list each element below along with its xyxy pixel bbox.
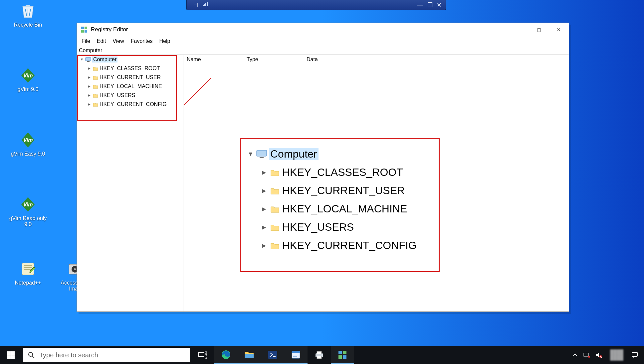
- chevron-right-icon: [259, 169, 269, 176]
- menu-help[interactable]: Help: [159, 38, 170, 44]
- taskbar-app-explorer[interactable]: [238, 346, 261, 364]
- registry-editor-window: Registry Editor — ▢ ✕ File Edit View Fav…: [77, 23, 569, 312]
- taskbar-app-regedit[interactable]: [331, 346, 354, 364]
- chevron-right-icon: [259, 187, 269, 194]
- taskbar-app-edge[interactable]: [214, 346, 238, 364]
- column-type[interactable]: Type: [243, 55, 303, 64]
- desktop-icon-label: Recycle Bin: [8, 22, 48, 28]
- callout-node-label: Computer: [269, 148, 319, 160]
- chevron-right-icon[interactable]: [86, 93, 92, 97]
- svg-rect-17: [85, 30, 87, 33]
- desktop-icon-gvim-easy[interactable]: Vim gVim Easy 9.0: [8, 131, 48, 157]
- svg-text:Vim: Vim: [23, 202, 33, 207]
- tree-node-hkcc[interactable]: HKEY_CURRENT_CONFIG: [77, 100, 183, 109]
- callout-node-label: HKEY_LOCAL_MACHINE: [282, 203, 407, 215]
- desktop-icon-recycle-bin[interactable]: Recycle Bin: [8, 2, 48, 28]
- chevron-right-icon[interactable]: [86, 66, 92, 70]
- tray-overflow-icon[interactable]: [572, 352, 578, 358]
- file-explorer-icon: [244, 350, 254, 359]
- svg-text:Vim: Vim: [23, 73, 33, 78]
- action-center-icon[interactable]: [631, 352, 638, 358]
- desktop-icon-gvim[interactable]: Vim gVim 9.0: [8, 66, 48, 92]
- svg-rect-39: [317, 351, 322, 354]
- desktop-icon-notepadpp[interactable]: Notepad++: [8, 260, 48, 286]
- callout-node-hkcr: HKEY_CLASSES_ROOT: [244, 163, 435, 182]
- svg-text:Vim: Vim: [23, 137, 33, 143]
- chevron-right-icon[interactable]: [86, 84, 92, 88]
- folder-icon: [92, 93, 99, 98]
- window-close-button[interactable]: ✕: [549, 23, 569, 36]
- svg-rect-34: [245, 354, 254, 358]
- taskbar-app-powershell[interactable]: [261, 346, 284, 364]
- taskbar-search-placeholder: Type here to search: [39, 351, 98, 359]
- computer-icon: [85, 57, 92, 62]
- annotation-connector: [183, 55, 250, 148]
- window-minimize-button[interactable]: —: [509, 23, 529, 36]
- menu-favorites[interactable]: Favorites: [131, 38, 153, 44]
- chevron-right-icon: [259, 242, 269, 249]
- svg-rect-31: [205, 354, 207, 356]
- address-bar-text: Computer: [79, 48, 102, 54]
- tree-node-computer[interactable]: Computer: [77, 55, 183, 64]
- folder-icon: [269, 169, 281, 177]
- menu-view[interactable]: View: [112, 38, 124, 44]
- taskbar-search[interactable]: Type here to search: [23, 348, 190, 362]
- chevron-down-icon: [246, 151, 256, 158]
- taskbar-app-printer[interactable]: [308, 346, 331, 364]
- tree-node-label: HKEY_CURRENT_CONFIG: [100, 101, 167, 107]
- chevron-down-icon[interactable]: [79, 58, 85, 61]
- gvim-icon: Vim: [17, 66, 39, 84]
- column-name[interactable]: Name: [183, 55, 243, 64]
- vm-close-button[interactable]: ✕: [437, 1, 442, 9]
- powershell-icon: [268, 350, 278, 359]
- start-button[interactable]: [0, 346, 22, 364]
- svg-rect-18: [86, 58, 91, 61]
- window-title: Registry Editor: [91, 26, 128, 33]
- chevron-right-icon[interactable]: [86, 102, 92, 106]
- taskbar-app-wordpad[interactable]: [284, 346, 308, 364]
- desktop-icon-gvim-readonly[interactable]: Vim gVim Read only 9.0: [8, 195, 48, 227]
- system-tray: ████████: [572, 349, 644, 361]
- network-icon[interactable]: [583, 352, 590, 358]
- svg-point-13: [74, 268, 76, 270]
- svg-rect-1: [204, 4, 205, 6]
- vm-restore-button[interactable]: ❐: [427, 1, 433, 9]
- taskbar-clock[interactable]: ████████: [607, 349, 626, 361]
- vm-minimize-button[interactable]: —: [417, 1, 423, 8]
- tree-node-hku[interactable]: HKEY_USERS: [77, 91, 183, 100]
- column-data[interactable]: Data: [303, 55, 446, 64]
- folder-icon: [269, 187, 281, 195]
- tree-node-hkcu[interactable]: HKEY_CURRENT_USER: [77, 73, 183, 82]
- desktop: ⊣ — ❐ ✕ Recycle Bin Vim gVim 9.0 Vim gVi…: [0, 0, 644, 364]
- titlebar[interactable]: Registry Editor — ▢ ✕: [77, 23, 569, 36]
- svg-rect-50: [632, 352, 637, 356]
- window-maximize-button[interactable]: ▢: [529, 23, 549, 36]
- tree-node-hkcr[interactable]: HKEY_CLASSES_ROOT: [77, 64, 183, 73]
- pin-icon[interactable]: ⊣: [193, 2, 198, 8]
- callout-node-hkcu: HKEY_CURRENT_USER: [244, 182, 435, 200]
- tree-pane[interactable]: Computer HKEY_CLASSES_ROOT HKEY_CURRENT_…: [77, 55, 183, 311]
- chevron-right-icon[interactable]: [86, 75, 92, 79]
- task-view-button[interactable]: [191, 346, 214, 364]
- menu-edit[interactable]: Edit: [97, 38, 106, 44]
- task-view-icon: [198, 351, 207, 359]
- printer-icon: [314, 351, 324, 359]
- callout-node-hklm: HKEY_LOCAL_MACHINE: [244, 200, 435, 218]
- svg-line-20: [184, 78, 211, 105]
- tree-node-hklm[interactable]: HKEY_LOCAL_MACHINE: [77, 82, 183, 91]
- regedit-icon: [338, 350, 347, 359]
- menu-file[interactable]: File: [82, 38, 90, 44]
- svg-rect-32: [205, 357, 207, 359]
- gvim-easy-icon: Vim: [17, 131, 39, 149]
- svg-point-27: [29, 352, 33, 356]
- volume-muted-icon[interactable]: [595, 352, 602, 358]
- svg-rect-3: [207, 2, 208, 6]
- folder-icon: [269, 205, 281, 213]
- address-bar[interactable]: Computer: [77, 46, 569, 55]
- callout-node-label: HKEY_CURRENT_USER: [282, 184, 405, 197]
- svg-rect-42: [343, 351, 346, 354]
- svg-rect-23: [7, 351, 11, 355]
- values-pane[interactable]: Name Type Data Computer: [183, 55, 569, 311]
- computer-icon: [256, 150, 268, 159]
- folder-icon: [92, 75, 99, 80]
